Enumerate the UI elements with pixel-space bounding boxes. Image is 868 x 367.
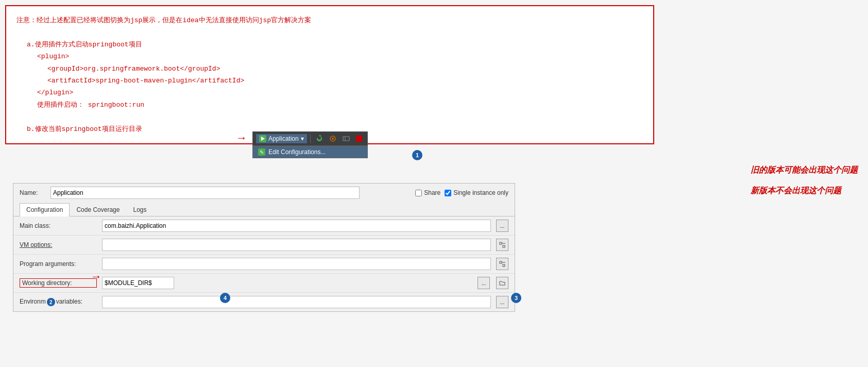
annotation-title: 注意：经过上述配置已经将试图切换为jsp展示，但是在idea中无法直接使用访问j… [16, 14, 643, 26]
plugin-open: <plugin> [37, 51, 643, 62]
vm-options-row: VM options: [13, 236, 515, 255]
right-ann-line2: 新版本不会出现这个问题 [751, 180, 858, 201]
badge-3: 3 [511, 293, 521, 303]
arrow-to-program-args: → [93, 271, 99, 283]
badge-1: 1 [412, 150, 422, 160]
env-badge-inline: 2 [47, 298, 55, 306]
env-vars-input[interactable] [102, 296, 491, 308]
working-dir-row: Working directory: ... [13, 274, 515, 293]
env-vars-browse-button[interactable]: ... [496, 296, 508, 308]
program-args-input[interactable] [102, 258, 491, 270]
section-a-title: a.使用插件方式启动springboot项目 [27, 39, 643, 51]
working-dir-browse-button[interactable]: ... [478, 277, 490, 289]
single-instance-label[interactable]: Single instance only [445, 189, 508, 196]
working-dir-folder-button[interactable] [496, 277, 508, 289]
vm-options-expand-button[interactable] [496, 239, 508, 251]
share-label: Share [424, 189, 440, 196]
plugin-close: </plugin> [37, 87, 643, 98]
svg-point-2 [332, 138, 334, 140]
main-class-row: Main class: ... [13, 216, 515, 236]
name-input[interactable] [50, 187, 360, 199]
name-label: Name: [20, 189, 45, 196]
stop-icon [356, 136, 362, 142]
working-dir-label: Working directory: [20, 278, 97, 288]
edit-config-label: Edit Configurations... [268, 148, 326, 156]
edit-configurations-item[interactable]: ✎ Edit Configurations... [253, 146, 367, 158]
share-checkbox[interactable] [415, 190, 422, 196]
single-instance-text: Single instance only [453, 189, 508, 196]
coverage-button[interactable] [341, 134, 352, 143]
stop-button[interactable] [354, 135, 364, 143]
plugin-use: 使用插件启动： springboot:run [37, 99, 643, 111]
application-dropdown-button[interactable]: Application ▾ [256, 134, 307, 143]
working-dir-input[interactable] [102, 277, 174, 289]
program-args-expand-button[interactable] [496, 258, 508, 270]
app-toolbar: Application ▾ ✎ Edit Configurations... [252, 131, 368, 158]
right-ann-line1: 旧的版本可能会出现这个问题 [751, 160, 858, 180]
env-vars-row: Environm2variables: ... [13, 293, 515, 311]
env-label-start: Environm [20, 298, 46, 305]
circle-badge-3: 3 [511, 293, 521, 303]
right-annotations-panel: 旧的版本可能会出现这个问题 新版本不会出现这个问题 [751, 160, 858, 201]
circle-badge-2-inline: 2 [47, 298, 55, 306]
svg-rect-6 [503, 245, 505, 247]
tab-code-coverage[interactable]: Code Coverage [70, 203, 126, 216]
vm-options-input[interactable] [102, 239, 491, 251]
badge-4: 4 [220, 293, 230, 303]
svg-rect-5 [500, 242, 502, 244]
program-args-label: Program arguments: [20, 260, 97, 268]
share-checkbox-label[interactable]: Share [415, 189, 440, 196]
svg-rect-3 [343, 137, 349, 141]
toolbar-separator [310, 134, 311, 143]
main-class-input[interactable] [102, 220, 491, 232]
main-class-label: Main class: [20, 222, 97, 229]
circle-badge-4: 4 [220, 293, 230, 303]
env-label: Environm2variables: [20, 298, 97, 306]
group-id: <groupId>org.springframework.boot</group… [47, 63, 643, 75]
artifact-id: <artifactId>spring-boot-maven-plugin</ar… [47, 75, 643, 87]
debug-button[interactable] [327, 134, 338, 143]
dropdown-arrow-icon: ▾ [301, 135, 304, 142]
name-row: Name: Share Single instance only [13, 184, 515, 202]
svg-rect-8 [500, 261, 502, 263]
run-config-panel: Name: Share Single instance only Configu… [13, 183, 515, 312]
config-tabs-bar: Configuration Code Coverage Logs [13, 202, 515, 216]
env-label-end: variables: [56, 298, 82, 305]
program-args-row: Program arguments: [13, 255, 515, 274]
svg-marker-0 [261, 137, 265, 141]
circle-badge-1: 1 [412, 150, 422, 160]
vm-options-label: VM options: [20, 241, 97, 248]
app-label: Application [268, 135, 299, 142]
toolbar-dropdown-menu: ✎ Edit Configurations... [252, 146, 368, 158]
annotation-box: 注意：经过上述配置已经将试图切换为jsp展示，但是在idea中无法直接使用访问j… [5, 5, 654, 144]
toolbar-bar: Application ▾ [252, 131, 368, 146]
app-run-icon [259, 135, 266, 142]
main-class-browse-button[interactable]: ... [496, 220, 508, 232]
tab-configuration[interactable]: Configuration [20, 203, 70, 216]
tab-logs[interactable]: Logs [126, 203, 153, 216]
edit-config-icon: ✎ [258, 148, 265, 156]
svg-rect-9 [503, 264, 505, 266]
rerun-button[interactable] [314, 134, 325, 143]
share-options: Share Single instance only [415, 189, 508, 196]
single-instance-checkbox[interactable] [445, 190, 451, 196]
arrow-to-toolbar: → [238, 132, 245, 145]
